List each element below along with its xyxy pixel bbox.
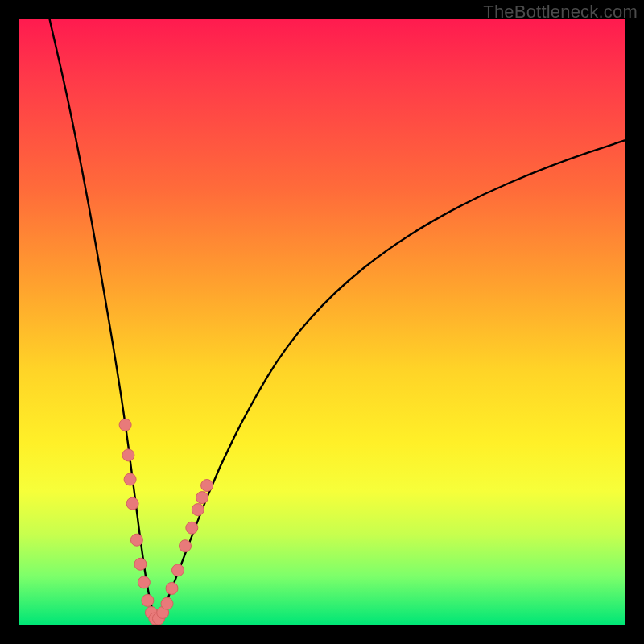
- highlight-dot: [122, 449, 134, 461]
- highlight-dot: [196, 492, 208, 504]
- highlight-dots-group: [119, 419, 213, 625]
- highlight-dot: [119, 419, 131, 431]
- highlight-dot: [186, 522, 198, 534]
- highlight-dot: [130, 534, 142, 546]
- highlight-dot: [180, 540, 192, 552]
- highlight-dot: [134, 558, 147, 570]
- highlight-dot: [161, 597, 173, 609]
- highlight-dot: [201, 480, 213, 492]
- highlight-dot: [172, 564, 184, 576]
- highlight-dot: [126, 497, 138, 510]
- highlight-dot: [138, 576, 150, 588]
- highlight-dot: [166, 582, 178, 594]
- highlight-dot: [142, 594, 154, 606]
- bottleneck-plot: [19, 19, 625, 625]
- highlight-dot: [192, 504, 204, 516]
- chart-frame: [19, 19, 625, 625]
- bottleneck-curve: [50, 19, 625, 617]
- highlight-dot: [124, 473, 136, 485]
